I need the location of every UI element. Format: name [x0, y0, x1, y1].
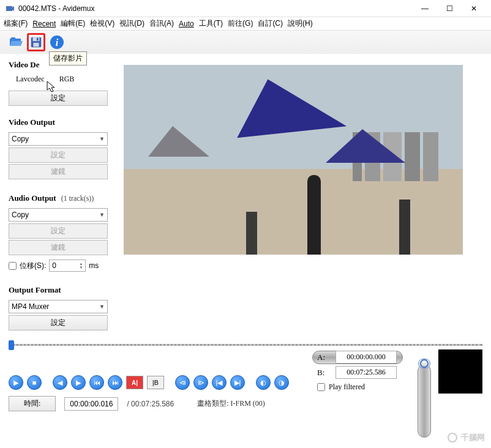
svg-marker-1	[12, 6, 14, 11]
timeline-slider[interactable]	[9, 341, 482, 349]
goto-end-button[interactable]: ▶|	[230, 375, 245, 390]
menu-edit[interactable]: 編輯(E)	[61, 18, 85, 29]
menu-auto[interactable]: Auto	[179, 20, 194, 28]
next-black-button[interactable]: ◑	[274, 375, 289, 390]
prev-black-button[interactable]: ◐	[256, 375, 271, 390]
shift-label: 位移(S):	[20, 261, 46, 271]
open-icon[interactable]	[6, 33, 24, 51]
svg-rect-0	[6, 6, 12, 11]
shift-unit: ms	[89, 261, 99, 270]
audio-filter-button[interactable]: 濾鏡	[9, 240, 108, 255]
frame-type: 畫格類型: I-FRM (00)	[197, 398, 265, 409]
prev-cut-button[interactable]: ⧏	[175, 375, 190, 390]
marker-b-value: 00:07:25.586	[335, 366, 397, 379]
duration: / 00:07:25.586	[127, 400, 174, 408]
video-preview	[124, 65, 463, 255]
marker-a-value: 00:00:00.000	[335, 351, 397, 364]
marker-a-label: A:	[317, 353, 329, 362]
save-icon[interactable]	[27, 33, 45, 51]
window-title: 00042.MTS - Avidemux	[18, 4, 413, 13]
watermark-gear-icon	[448, 433, 457, 442]
watermark: 千腦网	[448, 432, 485, 443]
spinner-down-icon[interactable]: ▼	[79, 266, 83, 269]
dropdown-arrow-icon: ▼	[99, 304, 105, 310]
video-output-select[interactable]: Copy ▼	[9, 132, 108, 146]
svg-rect-3	[33, 37, 40, 41]
menu-tools[interactable]: 工具(T)	[199, 18, 223, 29]
menu-audio[interactable]: 音訊(A)	[149, 18, 174, 29]
maximize-button[interactable]: ☐	[437, 0, 462, 17]
time-button[interactable]: 時間:	[9, 396, 56, 411]
audio-output-value: Copy	[12, 211, 29, 219]
shift-spinner[interactable]: 0 ▲▼	[49, 259, 86, 272]
prev-keyframe-button[interactable]: ⏮	[89, 375, 104, 390]
menu-file[interactable]: 檔案(F)	[4, 18, 28, 29]
video-configure-button[interactable]: 設定	[9, 147, 108, 163]
menubar: 檔案(F) Recent 編輯(E) 檢視(V) 視訊(D) 音訊(A) Aut…	[0, 17, 491, 31]
output-format-title: Output Format	[9, 285, 119, 295]
output-format-select[interactable]: MP4 Muxer ▼	[9, 300, 108, 313]
next-cut-button[interactable]: ⧐	[193, 375, 208, 390]
dropdown-arrow-icon: ▼	[99, 212, 105, 218]
volume-knob[interactable]	[418, 359, 430, 368]
stop-button[interactable]: ■	[27, 375, 42, 390]
thumbnail-preview	[438, 349, 482, 394]
save-tooltip: 儲存影片	[49, 51, 87, 65]
dropdown-arrow-icon: ▼	[99, 136, 105, 142]
current-time[interactable]: 00:00:00.016	[64, 397, 118, 411]
prev-frame-button[interactable]: ◀	[53, 375, 67, 390]
marker-b-label: B:	[317, 368, 329, 378]
menu-video[interactable]: 視訊(D)	[119, 18, 144, 29]
play-filtered-checkbox[interactable]	[317, 383, 325, 391]
video-output-title: Video Output	[9, 118, 119, 127]
audio-configure-button[interactable]: 設定	[9, 223, 108, 239]
play-filtered-label: Play filtered	[329, 383, 365, 392]
video-filter-button[interactable]: 濾鏡	[9, 164, 108, 179]
audio-output-select[interactable]: Copy ▼	[9, 208, 108, 222]
goto-start-button[interactable]: |◀	[212, 375, 227, 390]
decoder-codec: Lavcodec	[16, 75, 45, 84]
svg-text:i: i	[56, 37, 59, 48]
app-icon	[5, 4, 15, 13]
video-output-value: Copy	[12, 135, 29, 143]
info-icon[interactable]: i	[48, 33, 66, 51]
audio-output-title: Audio Output	[9, 193, 56, 203]
menu-recent[interactable]: Recent	[32, 20, 56, 28]
next-frame-button[interactable]: ▶	[71, 375, 86, 390]
output-format-value: MP4 Muxer	[12, 302, 49, 311]
close-button[interactable]: ✕	[462, 0, 486, 17]
shift-checkbox[interactable]	[9, 262, 17, 270]
timeline-thumb[interactable]	[9, 340, 14, 350]
menu-help[interactable]: 說明(H)	[288, 18, 313, 29]
shift-value: 0	[52, 261, 56, 270]
menu-go[interactable]: 前往(G)	[228, 18, 253, 29]
set-marker-b-button[interactable]: |B	[147, 376, 164, 389]
format-configure-button[interactable]: 設定	[9, 315, 108, 330]
play-button[interactable]: ▶	[9, 375, 23, 390]
decoder-colorspace: RGB	[59, 75, 75, 84]
menu-view[interactable]: 檢視(V)	[90, 18, 114, 29]
menu-custom[interactable]: 自訂(C)	[258, 18, 283, 29]
minimize-button[interactable]: —	[413, 0, 437, 17]
watermark-text: 千腦网	[461, 432, 485, 443]
set-marker-a-button[interactable]: A|	[126, 376, 143, 389]
svg-rect-5	[33, 43, 39, 47]
decoder-configure-button[interactable]: 設定	[9, 91, 108, 106]
audio-tracks-count: (1 track(s))	[61, 194, 94, 203]
next-keyframe-button[interactable]: ⏭	[108, 375, 122, 390]
svg-rect-4	[37, 38, 39, 41]
